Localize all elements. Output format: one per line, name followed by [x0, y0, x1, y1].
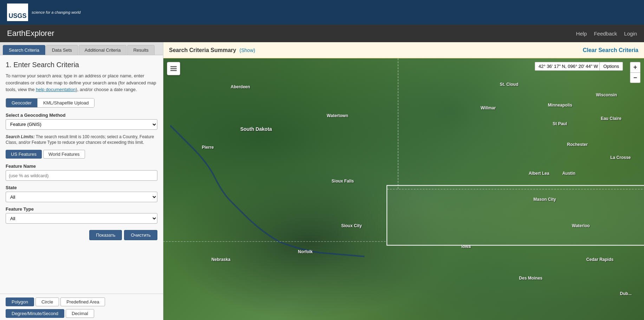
map-options-button[interactable]: Options [599, 62, 623, 71]
map-label-sioux-falls: Sioux Falls [332, 179, 354, 184]
feature-name-label: Feature Name [6, 164, 157, 169]
feature-type-buttons: US Features World Features [6, 150, 157, 159]
kml-tab[interactable]: KML/Shapefile Upload [38, 98, 94, 107]
shape-selector: Polygon Circle Predefined Area Degree/Mi… [0, 294, 163, 320]
map-label-desmoines: Des Moines [519, 276, 542, 281]
action-buttons: Показать Очистить [6, 230, 157, 240]
feature-name-input[interactable] [6, 170, 157, 181]
app-title: EarthExplorer [7, 29, 54, 38]
zoom-in-button[interactable]: + [630, 62, 640, 72]
geocoding-method-label: Select a Geocoding Method [6, 113, 157, 118]
circle-tab[interactable]: Circle [35, 297, 59, 306]
svg-rect-4 [170, 68, 177, 69]
usgs-logo-text: USGS [8, 13, 26, 19]
zoom-controls: + − [630, 62, 640, 83]
svg-rect-5 [170, 70, 177, 71]
usgs-logo-wave-icon [8, 6, 27, 13]
panel-content: 1. Enter Search Criteria To narrow your … [0, 55, 163, 294]
map-layers-button[interactable] [167, 62, 180, 75]
panel-description: To narrow your search area: type in an a… [6, 72, 157, 93]
login-link[interactable]: Login [624, 31, 637, 37]
state-label: State [6, 185, 157, 190]
map-label-dubuque: Dub... [620, 291, 632, 296]
map-label-eauclaire: Eau Claire [601, 116, 622, 121]
usgs-logo-box: USGS [7, 4, 28, 21]
tab-search-criteria[interactable]: Search Criteria [3, 45, 45, 55]
app-nav: Help Feedback Login [576, 31, 637, 37]
criteria-summary-left: Search Criteria Summary (Show) [169, 47, 255, 53]
clear-button[interactable]: Очистить [124, 230, 157, 240]
polygon-tab[interactable]: Polygon [6, 297, 34, 306]
map-svg [163, 58, 644, 320]
usgs-tagline: science for a changing world [32, 10, 80, 14]
panel-heading: 1. Enter Search Criteria [6, 61, 157, 69]
map-label-pierre: Pierre [202, 145, 214, 150]
coord-tabs: Degree/Minute/Second Decimal [6, 309, 157, 318]
criteria-show-link[interactable]: (Show) [240, 47, 255, 53]
map-label-watertown: Watertown [327, 113, 348, 118]
svg-rect-3 [170, 66, 177, 67]
map-label-stcloud: St. Cloud [500, 82, 519, 87]
map-label-aberdeen: Aberdeen [231, 84, 250, 89]
feature-type-label: Feature Type [6, 206, 157, 212]
map-label-cedarrapids: Cedar Rapids [586, 257, 613, 262]
map-label-siouxcity: Sioux City [341, 223, 362, 228]
tab-additional-criteria[interactable]: Additional Criteria [79, 45, 127, 55]
map-label-masoncity: Mason City [533, 197, 556, 202]
tabs-bar: Search Criteria Data Sets Additional Cri… [0, 42, 163, 55]
help-link[interactable]: Help [576, 31, 587, 37]
map-label-norfolk: Norfolk [298, 249, 313, 254]
map-label-rochester: Rochester [567, 142, 588, 147]
map-label-minneapolis: Minneapolis [548, 103, 572, 108]
map-label-waterloo: Waterloo [572, 223, 590, 228]
map-label-south-dakota: South Dakota [240, 126, 272, 132]
usgs-logo: USGS science for a changing world [7, 4, 80, 21]
clear-search-criteria-button[interactable]: Clear Search Criteria [583, 47, 638, 53]
zoom-out-button[interactable]: − [630, 72, 640, 83]
map-label-stpaul: St Paul [553, 121, 567, 126]
app-header: EarthExplorer Help Feedback Login [0, 25, 644, 42]
left-panel: Search Criteria Data Sets Additional Cri… [0, 42, 163, 320]
svg-rect-2 [387, 185, 644, 245]
tab-results[interactable]: Results [127, 45, 154, 55]
usgs-header: USGS science for a changing world [0, 0, 644, 25]
geocoding-method-select[interactable]: Feature (GNIS) Address Coordinates [6, 119, 157, 130]
map-label-nebraska: Nebraska [212, 257, 230, 262]
world-features-button[interactable]: World Features [43, 150, 85, 159]
predefined-area-tab[interactable]: Predefined Area [60, 297, 105, 306]
state-select[interactable]: All Alabama Alaska Arizona [6, 192, 157, 202]
search-limits-text: Search Limits: The search result limit i… [6, 134, 157, 146]
main-container: Search Criteria Data Sets Additional Cri… [0, 42, 644, 320]
map-background: Aberdeen Watertown South Dakota Pierre S… [163, 58, 644, 320]
feature-type-select[interactable]: All [6, 213, 157, 224]
map-label-iowa: Iowa [461, 244, 471, 249]
shape-tabs: Polygon Circle Predefined Area [6, 297, 157, 306]
us-features-button[interactable]: US Features [6, 150, 42, 159]
decimal-tab[interactable]: Decimal [66, 309, 94, 318]
map-label-austin: Austin [562, 171, 575, 176]
feedback-link[interactable]: Feedback [594, 31, 617, 37]
tab-data-sets[interactable]: Data Sets [46, 45, 78, 55]
map-label-albertlea: Albert Lea [529, 171, 549, 176]
map-label-wisconsin: Wisconsin [596, 92, 617, 97]
degree-minute-tab[interactable]: Degree/Minute/Second [6, 309, 64, 318]
map-label-lacrosse: La Crosse [610, 155, 631, 160]
geocoder-tab[interactable]: Geocoder [6, 98, 38, 107]
map-label-willmar: Willmar [481, 105, 496, 110]
help-doc-link[interactable]: help documentation [36, 87, 76, 92]
map-area[interactable]: Search Criteria Summary (Show) Clear Sea… [163, 42, 644, 320]
layers-icon [170, 65, 177, 72]
criteria-summary-bar: Search Criteria Summary (Show) Clear Sea… [163, 42, 644, 58]
coords-display: 42° 36' 17" N, 096° 20' 44" W [535, 62, 602, 71]
show-button[interactable]: Показать [89, 230, 122, 240]
criteria-summary-text: Search Criteria Summary [169, 47, 236, 53]
geocoder-subtabs: Geocoder KML/Shapefile Upload [6, 98, 95, 108]
